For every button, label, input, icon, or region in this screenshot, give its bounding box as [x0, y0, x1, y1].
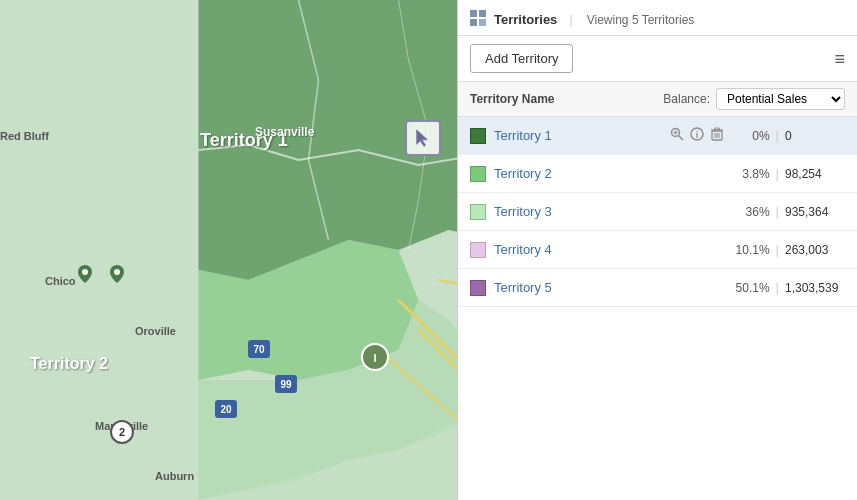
balance-label: Balance: [663, 92, 710, 106]
svg-text:70: 70 [253, 344, 265, 355]
territory-value-4: 263,003 [785, 243, 845, 257]
table-row[interactable]: Territory 4 10.1% | 263,003 [458, 231, 857, 269]
road-shield-1: 99 [275, 375, 297, 393]
hamburger-menu-icon[interactable]: ≡ [834, 50, 845, 68]
panel-header: Territories | Viewing 5 Territories [458, 0, 857, 36]
territory-name-2: Territory 2 [494, 166, 732, 181]
svg-rect-15 [479, 10, 486, 17]
territory-list: Territory 1 i [458, 117, 857, 500]
susanville-label: Susanville [255, 125, 314, 139]
territory-color-4 [470, 242, 486, 258]
column-headers: Territory Name Balance: Potential Sales … [458, 82, 857, 117]
territories-panel: Territories | Viewing 5 Territories Add … [457, 0, 857, 500]
selection-tool-icon[interactable] [405, 120, 441, 156]
territory-percent-1: 0% [732, 129, 770, 143]
map-pin-2 [110, 265, 124, 283]
auburn-label: Auburn [155, 470, 194, 482]
svg-text:i: i [695, 130, 698, 140]
svg-text:I: I [373, 352, 376, 364]
panel-subtitle: Viewing 5 Territories [587, 13, 695, 27]
svg-point-5 [114, 269, 120, 275]
svg-text:99: 99 [280, 379, 292, 390]
svg-text:20: 20 [220, 404, 232, 415]
territory-color-1 [470, 128, 486, 144]
territory-percent-4: 10.1% [732, 243, 770, 257]
territory-name-1: Territory 1 [494, 128, 670, 143]
panel-title: Territories [494, 12, 557, 27]
territory-name-3: Territory 3 [494, 204, 732, 219]
road-shield-3: 20 [215, 400, 237, 418]
territory-value-1: 0 [785, 129, 845, 143]
balance-select[interactable]: Potential Sales Actual Sales Count [716, 88, 845, 110]
territory-value-2: 98,254 [785, 167, 845, 181]
territory-color-3 [470, 204, 486, 220]
panel-toolbar: Add Territory ≡ [458, 36, 857, 82]
territories-icon [470, 10, 486, 29]
territory-color-5 [470, 280, 486, 296]
delete-icon[interactable] [710, 127, 724, 144]
oroville-label: Oroville [135, 325, 176, 337]
road-shield-2: 70 [248, 340, 270, 358]
territory-color-2 [470, 166, 486, 182]
zoom-icon[interactable] [670, 127, 684, 144]
territory-percent-3: 36% [732, 205, 770, 219]
map-pin-1 [78, 265, 92, 283]
red-bluff-label: Red Bluff [0, 130, 49, 142]
info-icon[interactable]: i [690, 127, 704, 144]
territory-percent-2: 3.8% [732, 167, 770, 181]
table-row[interactable]: Territory 5 50.1% | 1,303,539 [458, 269, 857, 307]
table-row[interactable]: Territory 3 36% | 935,364 [458, 193, 857, 231]
svg-rect-16 [470, 19, 477, 26]
svg-rect-17 [479, 19, 486, 26]
territory-actions-1: i [670, 127, 724, 144]
interchange-icon: I [360, 342, 390, 372]
svg-rect-14 [470, 10, 477, 17]
territory-value-5: 1,303,539 [785, 281, 845, 295]
col-territory-name: Territory Name [470, 92, 663, 106]
col-balance: Balance: Potential Sales Actual Sales Co… [663, 88, 845, 110]
add-territory-button[interactable]: Add Territory [470, 44, 573, 73]
territory-name-5: Territory 5 [494, 280, 732, 295]
svg-line-19 [678, 136, 683, 141]
svg-point-4 [82, 269, 88, 275]
territory-percent-5: 50.1% [732, 281, 770, 295]
territory-name-4: Territory 4 [494, 242, 732, 257]
territory-value-3: 935,364 [785, 205, 845, 219]
table-row[interactable]: Territory 2 3.8% | 98,254 [458, 155, 857, 193]
chico-label: Chico [45, 275, 76, 287]
table-row[interactable]: Territory 1 i [458, 117, 857, 155]
svg-rect-26 [714, 128, 719, 130]
title-separator: | [569, 12, 572, 27]
map-badge-2: 2 [110, 420, 134, 444]
